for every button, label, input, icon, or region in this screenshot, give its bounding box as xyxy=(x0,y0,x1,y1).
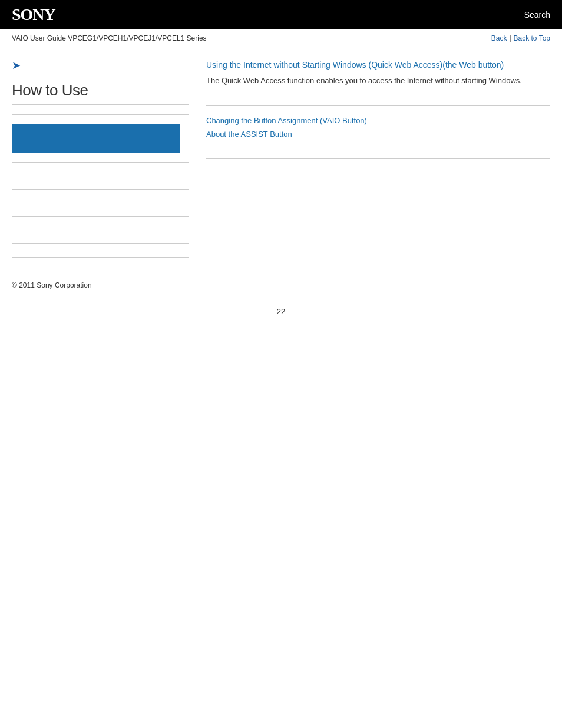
main-content: ➤ How to Use Using the Internet without … xyxy=(0,47,562,269)
sub-links-group: Changing the Button Assignment (VAIO But… xyxy=(206,115,550,140)
footer-copyright: © 2011 Sony Corporation xyxy=(0,269,562,295)
copyright-text: © 2011 Sony Corporation xyxy=(12,281,92,289)
back-to-top-link[interactable]: Back to Top xyxy=(514,34,550,42)
breadcrumb-bar: VAIO User Guide VPCEG1/VPCEH1/VPCEJ1/VPC… xyxy=(0,29,562,47)
sidebar-line-3 xyxy=(12,189,189,190)
quick-web-access-link[interactable]: Using the Internet without Starting Wind… xyxy=(206,59,550,71)
sidebar-line-6 xyxy=(12,230,189,230)
sidebar-line-7 xyxy=(12,243,189,244)
search-button[interactable]: Search xyxy=(524,10,550,19)
content-section-1: Using the Internet without Starting Wind… xyxy=(206,59,550,87)
content-divider-2 xyxy=(206,158,550,159)
back-link[interactable]: Back xyxy=(491,34,507,42)
breadcrumb-separator: | xyxy=(509,34,511,42)
guide-title: VAIO User Guide VPCEG1/VPCEH1/VPCEJ1/VPC… xyxy=(12,34,207,42)
page-number: 22 xyxy=(0,295,562,322)
sidebar-line-4 xyxy=(12,203,189,203)
assist-button-link[interactable]: About the ASSIST Button xyxy=(206,129,550,140)
header: SONY Search xyxy=(0,0,562,29)
quick-web-access-description: The Quick Web Access function enables yo… xyxy=(206,75,550,87)
breadcrumb-nav: Back | Back to Top xyxy=(491,34,550,42)
sidebar-title-divider xyxy=(12,104,189,105)
content-section-2: Changing the Button Assignment (VAIO But… xyxy=(206,115,550,140)
sidebar-title: How to Use xyxy=(12,81,189,100)
content-divider-1 xyxy=(206,105,550,106)
chevron-right-icon: ➤ xyxy=(12,59,189,72)
content-area: Using the Internet without Starting Wind… xyxy=(200,59,550,258)
sidebar-blue-block xyxy=(12,124,180,153)
sidebar: ➤ How to Use xyxy=(12,59,200,258)
sidebar-line-8 xyxy=(12,257,189,258)
sidebar-dividers-group xyxy=(12,162,189,258)
sidebar-line-2 xyxy=(12,176,189,176)
sidebar-line-5 xyxy=(12,216,189,217)
sony-logo: SONY xyxy=(12,5,55,24)
sidebar-line-1 xyxy=(12,162,189,163)
vaio-button-link[interactable]: Changing the Button Assignment (VAIO But… xyxy=(206,115,550,127)
sidebar-divider-extra xyxy=(12,114,189,115)
